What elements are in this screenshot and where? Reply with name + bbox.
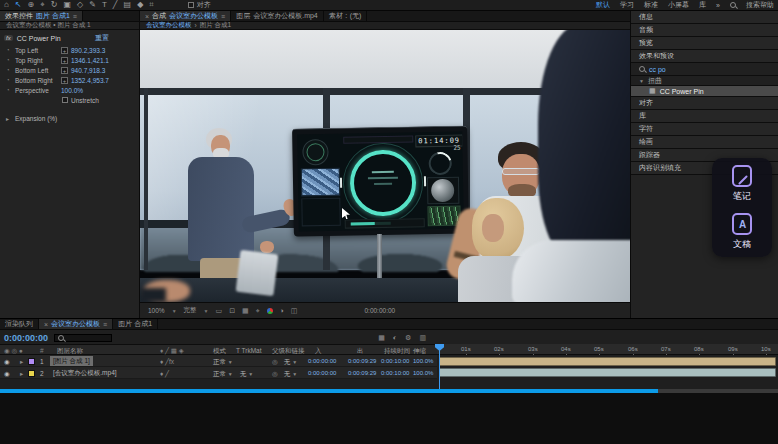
tab-composition[interactable]: × 合成 会议室办公模板 ≡ [140, 11, 231, 21]
parent-pickwhip-icon[interactable]: ◎ [272, 370, 278, 378]
eye-icon[interactable]: ◉ [4, 358, 10, 366]
layer-name[interactable]: [图片 合成 1] [50, 356, 93, 366]
duration-value[interactable]: 0:00:10:00 [381, 358, 409, 364]
col-trkmat[interactable]: T TrkMat [236, 347, 262, 354]
tab-layer[interactable]: 图层 会议室办公模板.mp4 [231, 11, 324, 21]
timeline-current-time[interactable]: 0:00:00:00 [4, 333, 48, 343]
panel-menu-icon[interactable]: ≡ [103, 321, 107, 328]
selection-tool-icon[interactable]: ↖ [15, 1, 22, 9]
help-search-field[interactable]: 搜索帮助 [746, 0, 774, 10]
brush-tool-icon[interactable]: ╱ [113, 1, 118, 9]
panel-preview[interactable]: 预览 [631, 37, 778, 50]
crosshair-icon[interactable]: + [61, 57, 68, 64]
roto-tool-icon[interactable]: ◆ [137, 1, 143, 9]
stopwatch-icon[interactable]: ◔ [6, 57, 15, 63]
in-value[interactable]: 0:00:00:00 [308, 358, 336, 364]
tab-timeline-comp[interactable]: × 会议室办公模板 ≡ [39, 319, 113, 329]
workspace-tab-default[interactable]: 默认 [596, 0, 610, 10]
panel-menu-icon[interactable]: ≡ [73, 13, 77, 20]
panel-character[interactable]: 字符 [631, 123, 778, 136]
exposure-icon[interactable]: ◑ [280, 307, 284, 314]
stopwatch-icon[interactable]: ◔ [6, 87, 15, 93]
layer-row[interactable]: ◉ ▸ 1 [图片 合成 1] ♦ ╱fx 正常 ▼ ◎ 无 ▼ 0:00:00… [0, 355, 437, 367]
workspace-tab-learn[interactable]: 学习 [620, 0, 634, 10]
pen-tool-icon[interactable]: ✎ [89, 1, 96, 9]
param-value[interactable]: 100.0% [61, 87, 83, 94]
stamp-tool-icon[interactable]: ▤ [124, 1, 132, 9]
snap-checkbox[interactable] [188, 2, 194, 8]
pan-behind-tool-icon[interactable]: ▣ [63, 1, 71, 9]
label-color-chip[interactable] [28, 370, 35, 377]
in-value[interactable]: 0:00:00:00 [308, 370, 336, 376]
parent-dropdown[interactable]: 无 ▼ [284, 370, 297, 379]
tab-timeline-subcomp[interactable]: 图片 合成1 [113, 319, 158, 329]
layer-duration-bar[interactable] [439, 368, 776, 377]
param-value[interactable]: 940.7,918.3 [71, 67, 105, 74]
workspace-tab-standard[interactable]: 标准 [644, 0, 658, 10]
effect-result-cc-power-pin[interactable]: ▦ CC Power Pin [631, 86, 778, 97]
motion-blur-icon[interactable]: ⚙ [405, 334, 411, 342]
timeline-search-input[interactable] [54, 334, 112, 342]
parent-pickwhip-icon[interactable]: ◎ [272, 358, 278, 366]
layer-row[interactable]: ◉ ▸ 2 [会议室办公模板.mp4] ♦ ╱ 正常 ▼ 无 ▼ ◎ 无 ▼ 0… [0, 367, 437, 379]
channel-select-icon[interactable] [267, 308, 273, 314]
workspace-tab-small-screen[interactable]: 小屏幕 [668, 0, 689, 10]
param-value[interactable]: 890.2,393.3 [71, 47, 105, 54]
stopwatch-icon[interactable]: ◔ [6, 47, 15, 53]
trkmat-dropdown[interactable]: 无 ▼ [240, 370, 253, 379]
effects-category-distort[interactable]: ▼ 扭曲 [631, 76, 778, 86]
duration-value[interactable]: 0:00:10:00 [381, 370, 409, 376]
draft-3d-icon[interactable]: ◐ [393, 334, 397, 342]
layer-duration-bar[interactable] [439, 357, 776, 366]
twirl-icon[interactable]: ▸ [20, 358, 23, 366]
effect-reset-link[interactable]: 重置 [95, 33, 135, 43]
crosshair-icon[interactable]: + [61, 67, 68, 74]
zoom-tool-icon[interactable]: ⌖ [40, 1, 45, 9]
zoom-level-select[interactable]: 100% [148, 307, 165, 314]
stretch-value[interactable]: 100.0% [413, 358, 433, 364]
parent-dropdown[interactable]: 无 ▼ [284, 358, 297, 367]
tab-render-queue[interactable]: 渲染队列 [0, 319, 39, 329]
breadcrumb-comp[interactable]: 会议室办公模板 [146, 21, 192, 30]
text-tool-icon[interactable]: T [102, 1, 107, 9]
panel-info[interactable]: 信息 [631, 11, 778, 24]
out-value[interactable]: 0:00:09:29 [348, 358, 376, 364]
snap-toggle[interactable]: 对齐 [188, 0, 211, 10]
panel-effects-presets[interactable]: 效果和预设 [631, 50, 778, 63]
viewer-timecode[interactable]: 0:00:00:00 [364, 307, 395, 314]
choke-icon[interactable]: ▭ [216, 307, 223, 315]
twirl-icon[interactable]: ▸ [6, 115, 15, 122]
effect-name[interactable]: CC Power Pin [17, 35, 61, 42]
stopwatch-icon[interactable]: ◔ [6, 77, 15, 83]
layer-name[interactable]: [会议室办公模板.mp4] [50, 368, 120, 378]
out-value[interactable]: 0:00:09:29 [348, 370, 376, 376]
workspace-overflow-chevron[interactable]: » [716, 2, 720, 9]
mask-visibility-icon[interactable]: ⌖ [256, 307, 260, 315]
panel-libraries[interactable]: 库 [631, 110, 778, 123]
layer-switches[interactable]: ♦ ╱fx [160, 358, 174, 366]
mode-dropdown[interactable]: 正常 ▼ [213, 370, 233, 379]
layer-switches[interactable]: ♦ ╱ [160, 370, 169, 378]
region-of-interest-icon[interactable]: ⊡ [229, 307, 235, 315]
snapshot-icon[interactable]: ◫ [291, 307, 298, 315]
twirl-icon[interactable]: ▸ [20, 370, 23, 378]
puppet-tool-icon[interactable]: ⌗ [149, 1, 154, 9]
shape-tool-icon[interactable]: ◇ [77, 1, 83, 9]
stretch-value[interactable]: 100.0% [413, 370, 433, 376]
resolution-select[interactable]: 完整 [184, 306, 197, 315]
time-ruler[interactable]: 01s 02s 03s 04s 05s 06s 07s 08s 09s 10s [437, 344, 778, 355]
label-color-chip[interactable] [28, 358, 35, 365]
transparency-grid-icon[interactable]: ▦ [242, 307, 249, 315]
stopwatch-icon[interactable]: ◔ [6, 67, 15, 73]
hand-tool-icon[interactable]: ⊕ [28, 1, 35, 9]
crosshair-icon[interactable]: + [61, 47, 68, 54]
param-value[interactable]: 1352.4,953.7 [71, 77, 109, 84]
panel-menu-icon[interactable]: ≡ [221, 13, 225, 20]
tab-effect-controls[interactable]: 效果控件 图片 合成1 ≡ [0, 11, 83, 21]
home-icon[interactable]: ⌂ [4, 1, 9, 9]
tab-footage[interactable]: 素材：(无) [324, 11, 368, 21]
composition-mini-flowchart-icon[interactable]: ▦ [378, 334, 385, 342]
rotate-tool-icon[interactable]: ↻ [51, 1, 58, 9]
panel-paint[interactable]: 绘画 [631, 136, 778, 149]
notes-button[interactable]: 笔记 [732, 165, 752, 203]
